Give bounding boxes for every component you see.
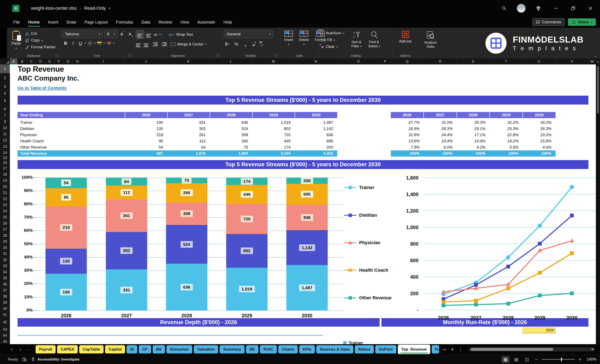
row-header-25[interactable]: 25 — [0, 214, 10, 220]
zoom-out-button[interactable]: − — [534, 357, 539, 362]
fill-button[interactable]: ↓ Fill ▾ — [321, 37, 344, 43]
grow-font-button[interactable]: A^ — [119, 31, 126, 38]
bold-button[interactable]: B — [62, 40, 69, 47]
row-header-39[interactable]: 39 — [0, 300, 10, 306]
total-value[interactable]: 100% — [391, 150, 424, 157]
cell-value[interactable]: 64 — [167, 144, 210, 150]
legend-item-dietitian[interactable]: Dietitian — [344, 212, 377, 218]
cell-value[interactable]: 10.4% — [424, 138, 457, 144]
align-center-button[interactable] — [143, 41, 149, 47]
cell-value[interactable]: 802 — [252, 126, 295, 132]
number-dialog-launcher[interactable]: ↘ — [275, 54, 278, 57]
menu-tab-review[interactable]: Review — [154, 18, 176, 27]
cell-value[interactable]: 130 — [125, 126, 167, 132]
total-value[interactable]: 100% — [457, 150, 490, 157]
cell-value[interactable]: 6.0% — [424, 144, 457, 150]
cell-value[interactable]: 17.1% — [457, 132, 490, 138]
row-header-27[interactable]: 27 — [0, 227, 10, 233]
total-value[interactable]: 100% — [523, 150, 555, 157]
column-header-G[interactable]: G — [64, 58, 73, 64]
row-header-28[interactable]: 28 — [0, 233, 10, 239]
runrate-year-cell[interactable]: 2026 — [523, 327, 555, 333]
merge-center-button[interactable]: ↔ Merge & Center ▾ — [170, 42, 206, 46]
column-header-S[interactable]: S — [457, 58, 490, 64]
cell-value[interactable]: 302 — [167, 126, 210, 132]
fill-color-caret-icon[interactable]: ▾ — [103, 42, 105, 45]
cell-value[interactable]: 18.9% — [391, 126, 424, 132]
table-row-physician[interactable]: Physician218261308720836 — [18, 132, 337, 138]
cell-value[interactable]: 836 — [295, 132, 337, 138]
increase-indent-button[interactable]: → — [160, 43, 167, 46]
sheet-tab-be[interactable]: BE — [246, 345, 258, 354]
cell-value[interactable]: 25.3% — [490, 126, 523, 132]
sheet-tab-kpis[interactable]: KPIs — [299, 345, 315, 354]
fill-color-button[interactable] — [96, 40, 103, 47]
legend-item-health-coach[interactable]: Health Coach — [344, 267, 388, 273]
row-header-7[interactable]: 7 — [0, 113, 10, 119]
font-color-caret-icon[interactable]: ▾ — [113, 42, 114, 45]
read-only-label[interactable]: Read-Only — [84, 6, 106, 11]
scroll-right-arrow-icon[interactable]: ▶ — [592, 347, 594, 351]
total-value[interactable]: 1,803 — [210, 150, 252, 157]
hidden-tabs-more-icon[interactable]: ••• — [443, 348, 447, 351]
cell-value[interactable]: 13.8% — [391, 138, 424, 144]
sheet-tab-roic[interactable]: ROIC — [260, 345, 277, 354]
revenue-percent-table[interactable]: 2026202720282029203027.7%31.0%35.3%32.2%… — [391, 112, 555, 157]
cell-value[interactable]: 218 — [125, 132, 167, 138]
column-header-P[interactable]: P — [380, 58, 391, 64]
view-page-layout-button[interactable]: ▤ — [512, 356, 520, 363]
table-row-other-revenue[interactable]: Other Revenue546475174200 — [18, 144, 337, 150]
row-header-22[interactable]: 22 — [0, 196, 10, 202]
italic-button[interactable]: I — [70, 40, 76, 47]
row-header-37[interactable]: 37 — [0, 287, 10, 293]
sheet-tab-bs[interactable]: BS — [153, 345, 165, 354]
cell-value[interactable]: 28.3% — [424, 126, 457, 132]
row-header-42[interactable]: 42 — [0, 318, 10, 327]
row-header-14[interactable]: 14 — [0, 150, 10, 156]
menu-tab-file[interactable]: File — [9, 18, 24, 27]
row-header-20[interactable]: 20 — [0, 184, 10, 190]
row-header-9[interactable]: 9 — [0, 119, 10, 125]
sheet-tab-capital[interactable]: Capital — [105, 345, 125, 354]
table-row-trainer[interactable]: 27.7%31.0%35.3%32.2%34.2% — [391, 119, 555, 126]
column-header-Q[interactable]: Q — [391, 58, 424, 64]
column-header-C[interactable]: C — [27, 58, 36, 64]
comments-button[interactable]: Comments — [532, 18, 565, 26]
vertical-scrollbar-thumb[interactable] — [597, 66, 599, 114]
table-row-dietitian[interactable]: 18.9%28.3%29.1%25.3%26.3% — [391, 126, 555, 132]
read-only-caret-icon[interactable]: ▾ — [109, 6, 110, 10]
tabs-scroll-right-icon[interactable]: › — [16, 346, 25, 352]
row-header-5[interactable]: 5 — [0, 96, 10, 106]
row-header-31[interactable]: 31 — [0, 251, 10, 257]
table-row-health-coach[interactable]: 13.8%10.4%14.4%14.2%15.8% — [391, 138, 555, 144]
table-row-dietitian[interactable]: Dietitian1303025248021,142 — [18, 126, 337, 132]
cell-value[interactable]: 54 — [125, 144, 167, 150]
column-header-L[interactable]: L — [210, 58, 252, 64]
underline-button[interactable]: U — [77, 40, 84, 47]
sheet-tab-scenarios[interactable]: Scenarios — [167, 345, 192, 354]
row-header-44[interactable]: 44 — [0, 333, 10, 339]
row-header-35[interactable]: 35 — [0, 275, 10, 281]
row-header-2[interactable]: 2 — [0, 73, 10, 83]
underline-caret-icon[interactable]: ▾ — [84, 42, 86, 45]
wrap-text-button[interactable]: ab↩ Wrap Text — [169, 32, 193, 37]
tabs-scroll-left-icon[interactable]: ‹ — [8, 346, 16, 352]
sheet-tab-summary[interactable]: Summary — [220, 345, 244, 354]
revenue-values-table[interactable]: Year Ending20262027202820292030Trainer19… — [18, 112, 337, 157]
premium-diamond-icon[interactable] — [534, 4, 543, 13]
shrink-font-button[interactable]: Av — [128, 31, 134, 38]
cell-value[interactable]: 22.8% — [490, 132, 523, 138]
total-value[interactable]: 4,352 — [295, 150, 337, 157]
zoom-slider[interactable] — [542, 359, 575, 360]
cell-value[interactable]: 31.0% — [424, 119, 457, 126]
cell-value[interactable]: 5.5% — [490, 144, 523, 150]
alignment-dialog-launcher[interactable]: ↘ — [217, 54, 220, 57]
table-row-trainer[interactable]: Trainer1903316361,0191,487 — [18, 119, 337, 126]
column-header-M[interactable]: M — [252, 58, 295, 64]
menu-tab-draw[interactable]: Draw — [62, 18, 80, 27]
cell-value[interactable]: 32.2% — [490, 119, 523, 126]
horizontal-scrollbar[interactable]: ▶ — [469, 347, 595, 351]
row-header-18[interactable]: 18 — [0, 172, 10, 178]
cell-value[interactable]: 75 — [210, 144, 252, 150]
align-left-button[interactable] — [136, 41, 141, 47]
